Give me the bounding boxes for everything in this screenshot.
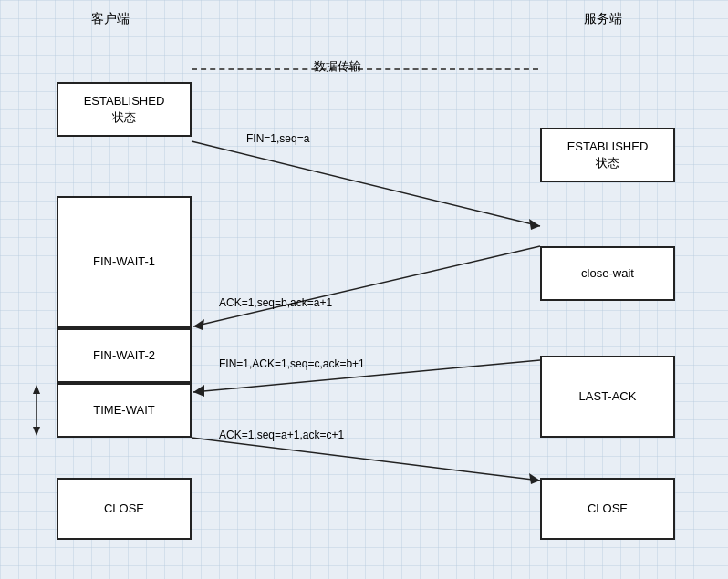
arrow4-label: ACK=1,seq=a+1,ack=c+1	[219, 429, 344, 441]
data-transfer-line	[192, 68, 538, 70]
svg-line-0	[192, 141, 540, 226]
arrow2-label: ACK=1,seq=b,ack=a+1	[219, 296, 332, 309]
client-label: 客户端	[91, 11, 130, 27]
box-established-client: ESTABLISHED 状态	[57, 82, 192, 137]
data-transfer-label: 数据传输	[310, 58, 365, 75]
box-established-server: ESTABLISHED 状态	[540, 128, 675, 182]
arrow1-label: FIN=1,seq=a	[246, 132, 309, 145]
box-last-ack: LAST-ACK	[540, 356, 675, 438]
svg-line-2	[193, 246, 540, 326]
server-label: 服务端	[584, 11, 622, 27]
svg-marker-10	[33, 427, 40, 436]
box-fin-wait1: FIN-WAIT-1	[57, 196, 192, 328]
box-close-wait: close-wait	[540, 246, 675, 301]
arrow3-label: FIN=1,ACK=1,seq=c,ack=b+1	[219, 357, 365, 370]
diagram-container: 客户端 服务端 数据传输 ESTABLISHED 状态 FIN-WAIT-1 F…	[0, 0, 728, 579]
svg-marker-3	[193, 319, 204, 330]
svg-marker-5	[193, 385, 204, 397]
v-arrow-svg	[27, 383, 46, 438]
svg-marker-9	[33, 385, 40, 394]
box-close-client: CLOSE	[57, 478, 192, 540]
v-arrow	[27, 383, 46, 438]
svg-marker-1	[529, 219, 540, 230]
box-time-wait: TIME-WAIT	[57, 383, 192, 438]
box-fin-wait2: FIN-WAIT-2	[57, 328, 192, 383]
svg-marker-7	[529, 473, 540, 484]
box-close-server: CLOSE	[540, 478, 675, 540]
svg-line-6	[192, 438, 540, 481]
